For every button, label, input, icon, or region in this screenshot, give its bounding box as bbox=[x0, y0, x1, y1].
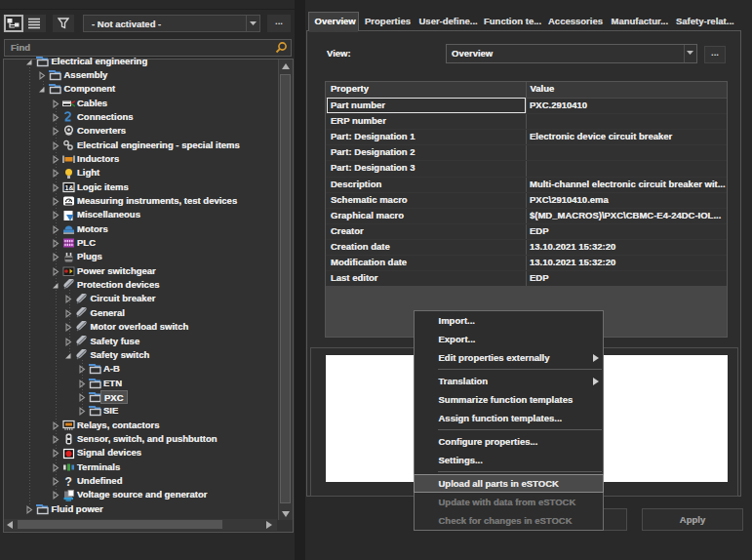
svg-text:1&: 1& bbox=[64, 184, 73, 191]
svg-text:?: ? bbox=[64, 475, 71, 487]
